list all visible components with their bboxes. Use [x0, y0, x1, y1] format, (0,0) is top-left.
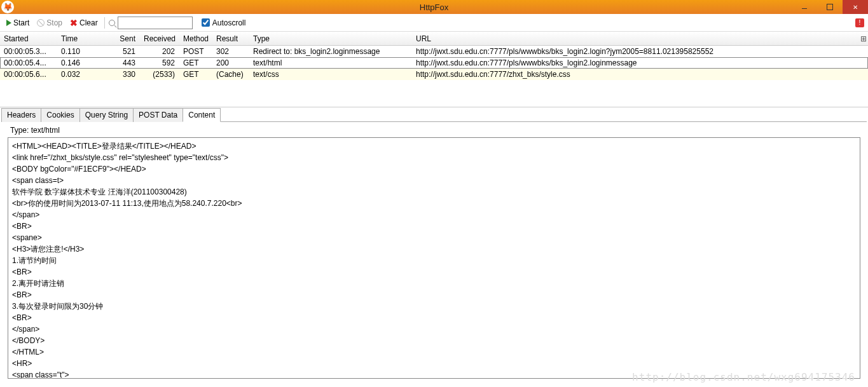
- clear-icon: ✖: [70, 18, 78, 28]
- content-type-label: Type: text/html: [10, 126, 860, 135]
- detail-tabs: Headers Cookies Query String POST Data C…: [1, 107, 867, 122]
- maximize-button[interactable]: [817, 0, 843, 14]
- firefox-icon: 🦊: [1, 1, 14, 13]
- autoscroll-input[interactable]: [202, 18, 210, 27]
- close-button[interactable]: [843, 0, 868, 14]
- stop-label: Stop: [46, 18, 62, 27]
- tab-post-data[interactable]: POST Data: [133, 108, 183, 122]
- col-received[interactable]: Received: [140, 33, 179, 44]
- col-time[interactable]: Time: [57, 33, 102, 44]
- toolbar: Start Stop ✖ Clear Autoscroll !: [0, 14, 868, 32]
- start-label: Start: [13, 18, 29, 27]
- clear-button[interactable]: ✖ Clear: [67, 17, 100, 29]
- col-sent[interactable]: Sent: [102, 33, 140, 44]
- tab-content[interactable]: Content: [183, 108, 221, 122]
- col-started[interactable]: Started: [0, 33, 57, 44]
- grid-header: Started Time Sent Received Method Result…: [0, 32, 868, 46]
- tab-cookies[interactable]: Cookies: [41, 108, 79, 122]
- tab-query-string[interactable]: Query String: [79, 108, 134, 122]
- title-bar: 🦊 HttpFox: [0, 0, 868, 14]
- column-options-icon[interactable]: ⊞: [857, 33, 868, 44]
- content-textarea[interactable]: <HTML><HEAD><TITLE>登录结果</TITLE></HEAD> <…: [8, 137, 860, 379]
- clear-label: Clear: [79, 18, 98, 27]
- table-row[interactable]: 00:00:05.3... 0.110 521 202 POST 302 Red…: [0, 46, 868, 57]
- content-panel: Type: text/html <HTML><HEAD><TITLE>登录结果<…: [4, 126, 864, 379]
- stop-button[interactable]: Stop: [34, 17, 65, 29]
- autoscroll-checkbox[interactable]: Autoscroll: [202, 18, 246, 27]
- col-type[interactable]: Type: [249, 33, 412, 44]
- col-result[interactable]: Result: [212, 33, 249, 44]
- window-title: HttpFox: [420, 3, 449, 12]
- table-row-selected[interactable]: 00:00:05.4... 0.146 443 592 GET 200 text…: [0, 57, 868, 69]
- autoscroll-label: Autoscroll: [212, 18, 246, 27]
- alert-icon[interactable]: !: [855, 18, 864, 27]
- tab-headers[interactable]: Headers: [1, 108, 41, 122]
- separator: [104, 17, 105, 29]
- col-url[interactable]: URL: [412, 33, 857, 44]
- stop-icon: [37, 19, 45, 27]
- table-row[interactable]: 00:00:05.6... 0.032 330 (2533) GET (Cach…: [0, 69, 868, 80]
- play-icon: [6, 20, 11, 26]
- search-input[interactable]: [118, 17, 193, 29]
- minimize-button[interactable]: [792, 0, 817, 14]
- search-icon: [109, 20, 115, 26]
- col-method[interactable]: Method: [179, 33, 212, 44]
- request-grid: Started Time Sent Received Method Result…: [0, 32, 868, 107]
- start-button[interactable]: Start: [4, 17, 32, 29]
